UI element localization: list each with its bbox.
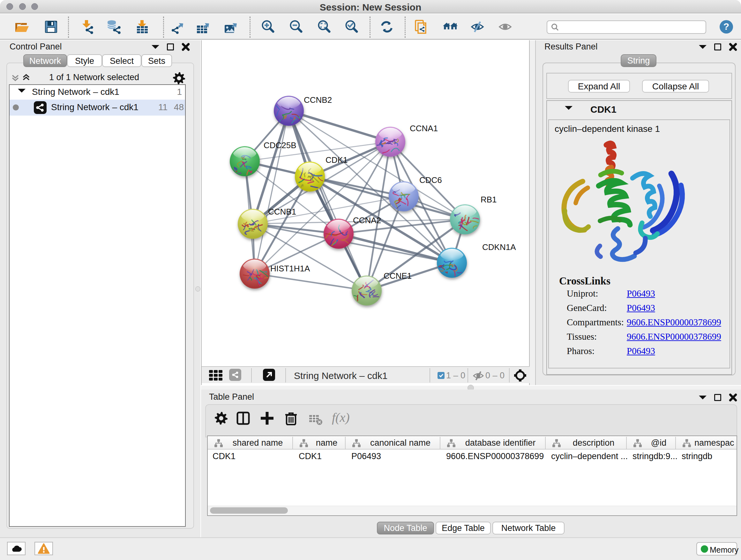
svg-text:?: ?	[724, 21, 729, 32]
svg-text:CDC25B: CDC25B	[264, 140, 296, 150]
svg-text:CCNE1: CCNE1	[384, 271, 412, 281]
svg-text:HIST1H1A: HIST1H1A	[270, 264, 310, 273]
svg-text:CCNA2: CCNA2	[353, 215, 381, 225]
svg-text:CDKN1A: CDKN1A	[482, 242, 516, 252]
svg-text:CCNB1: CCNB1	[268, 207, 296, 216]
svg-text:CDC6: CDC6	[419, 175, 442, 185]
svg-text:CDK1: CDK1	[326, 155, 347, 165]
svg-text:CCNA1: CCNA1	[410, 124, 438, 133]
svg-text:RB1: RB1	[481, 195, 497, 204]
svg-text:CCNB2: CCNB2	[304, 95, 332, 105]
